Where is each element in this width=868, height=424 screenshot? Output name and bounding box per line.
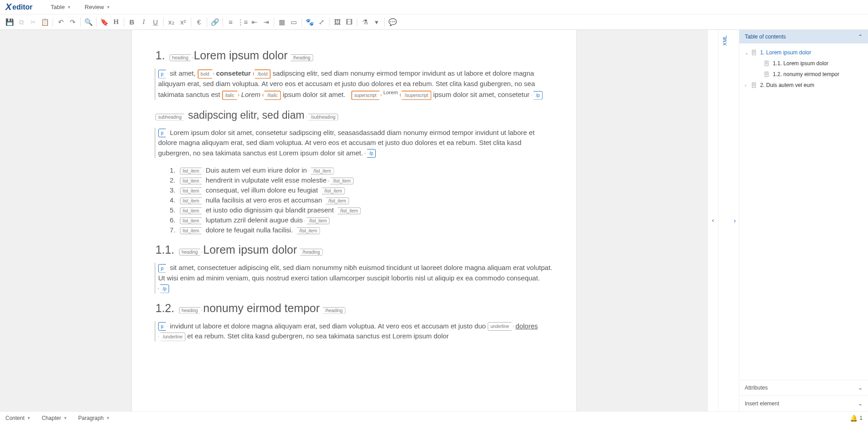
tag-p-open[interactable]: p bbox=[158, 70, 168, 78]
bell-icon[interactable]: 🔔 bbox=[850, 414, 858, 422]
tag-underline-open[interactable]: underline bbox=[488, 322, 514, 331]
tag-list-item-open[interactable]: list_item bbox=[180, 188, 204, 194]
tag-italic-close[interactable]: /italic bbox=[262, 91, 281, 100]
ordered-list[interactable]: 1.list_itemDuis autem vel eum iriure dol… bbox=[165, 166, 553, 234]
tag-superscript-close[interactable]: /superscript bbox=[400, 91, 432, 100]
list-item[interactable]: 1.list_itemDuis autem vel eum iriure dol… bbox=[165, 166, 553, 174]
tag-heading-open[interactable]: heading bbox=[179, 307, 203, 314]
tag-heading-open[interactable]: heading bbox=[179, 249, 203, 255]
link-button[interactable]: 🔗 bbox=[209, 16, 221, 28]
paragraph[interactable]: p sit amet, consectetuer adipiscing elit… bbox=[155, 263, 553, 294]
ol-button[interactable]: ≡ bbox=[225, 16, 237, 28]
insert-element-panel-header[interactable]: Insert element ⌄ bbox=[739, 395, 868, 411]
tag-list-item-open[interactable]: list_item bbox=[180, 227, 204, 234]
list-item[interactable]: 3.list_itemconsequat, vel illum dolore e… bbox=[165, 186, 553, 194]
toc-item[interactable]: 1.1. Lorem ipsum dolor bbox=[741, 58, 866, 69]
heading-button[interactable]: H bbox=[110, 16, 122, 28]
tag-heading-open[interactable]: heading bbox=[170, 54, 193, 61]
paw-button[interactable]: 🐾 bbox=[304, 16, 315, 28]
indent-button[interactable]: ⇤ bbox=[248, 16, 260, 28]
menu-review[interactable]: Review▼ bbox=[85, 4, 111, 10]
list-item[interactable]: 4.list_itemnulla facilisis at vero eros … bbox=[165, 196, 553, 204]
outdent-button[interactable]: ⇥ bbox=[260, 16, 272, 28]
tag-p-open[interactable]: p bbox=[158, 129, 168, 137]
tag-list-item-close[interactable]: /list_item bbox=[295, 227, 320, 234]
document-page[interactable]: 1. heading Lorem ipsum dolor /heading p … bbox=[132, 30, 576, 411]
search-button[interactable]: 🔍 bbox=[82, 16, 94, 28]
toc-item[interactable]: 1.2. nonumy eirmod tempor bbox=[741, 69, 866, 80]
heading-text[interactable]: Lorem ipsum dolor bbox=[203, 243, 297, 256]
tag-superscript-open[interactable]: superscript bbox=[351, 91, 382, 100]
paragraph[interactable]: p invidunt ut labore et dolore magna ali… bbox=[155, 321, 553, 342]
list-item[interactable]: 7.list_itemdolore te feugait nulla facil… bbox=[165, 226, 553, 234]
underline-button[interactable]: U bbox=[150, 16, 161, 28]
tag-list-item-close[interactable]: /list_item bbox=[335, 207, 360, 214]
breadcrumb-chapter[interactable]: Chapter▼ bbox=[42, 415, 68, 421]
tag-list-item-close[interactable]: /list_item bbox=[305, 217, 330, 224]
editor-area[interactable]: 1. heading Lorem ipsum dolor /heading p … bbox=[0, 30, 708, 411]
tag-list-item-close[interactable]: /list_item bbox=[320, 188, 344, 194]
euro-button[interactable]: € bbox=[193, 16, 205, 28]
tag-italic-open[interactable]: italic bbox=[222, 91, 239, 100]
tag-list-item-close[interactable]: /list_item bbox=[329, 178, 354, 184]
tag-p-close[interactable]: /p bbox=[531, 91, 542, 100]
toc-item[interactable]: ›2. Duis autem vel eum bbox=[741, 80, 866, 91]
expand-button[interactable]: ⤢ bbox=[315, 16, 327, 28]
caret-button[interactable]: ▾ bbox=[371, 16, 383, 28]
cut-button[interactable]: ✂ bbox=[27, 16, 39, 28]
tag-list-item-open[interactable]: list_item bbox=[180, 198, 204, 204]
tag-bold-open[interactable]: bold bbox=[198, 69, 214, 79]
rect-button[interactable]: ▭ bbox=[288, 16, 300, 28]
subheading-text[interactable]: sadipscing elitr, sed diam bbox=[188, 109, 305, 121]
menu-table[interactable]: Table▼ bbox=[51, 4, 71, 10]
tag-list-item-close[interactable]: /list_item bbox=[309, 168, 334, 174]
bold-button[interactable]: B bbox=[126, 16, 138, 28]
subscript-button[interactable]: x₂ bbox=[165, 16, 177, 28]
heading-text[interactable]: nonumy eirmod tempor bbox=[203, 302, 320, 315]
list-item[interactable]: 5.list_itemet iusto odio dignissim qui b… bbox=[165, 206, 553, 214]
copy-button[interactable]: ⧉ bbox=[15, 16, 27, 28]
tag-bold-close[interactable]: /bold bbox=[253, 69, 271, 79]
paste-button[interactable]: 📋 bbox=[39, 16, 51, 28]
paragraph[interactable]: p Lorem ipsum dolor sit amet, consetetur… bbox=[155, 128, 553, 159]
superscript-button[interactable]: x² bbox=[177, 16, 189, 28]
table-button[interactable]: ▦ bbox=[276, 16, 288, 28]
chevron-right-icon[interactable]: › bbox=[745, 83, 751, 88]
heading-text[interactable]: Lorem ipsum dolor bbox=[194, 49, 287, 62]
undo-button[interactable]: ↶ bbox=[55, 16, 67, 28]
tag-subheading-open[interactable]: subheading bbox=[155, 114, 186, 120]
video-button[interactable]: 🎞 bbox=[343, 16, 355, 28]
tag-list-item-close[interactable]: /list_item bbox=[324, 198, 349, 204]
tag-p-close[interactable]: /p bbox=[158, 284, 169, 293]
chevron-down-icon[interactable]: ⌄ bbox=[745, 50, 751, 55]
tag-list-item-open[interactable]: list_item bbox=[180, 178, 204, 184]
tag-heading-close[interactable]: /heading bbox=[298, 249, 322, 255]
breadcrumb-paragraph[interactable]: Paragraph▼ bbox=[78, 415, 110, 421]
list-item[interactable]: 2.list_itemhendrerit in vulputate velit … bbox=[165, 176, 553, 184]
toc-item[interactable]: ⌄1. Lorem ipsum dolor bbox=[741, 47, 866, 58]
toc-panel-header[interactable]: Table of contents ⌃ bbox=[739, 30, 868, 43]
xml-tab[interactable]: XML bbox=[718, 30, 731, 411]
comment-button[interactable]: 💬 bbox=[387, 16, 398, 28]
redo-button[interactable]: ↷ bbox=[67, 16, 78, 28]
flask-button[interactable]: ⚗ bbox=[359, 16, 371, 28]
tag-p-open[interactable]: p bbox=[158, 322, 168, 331]
ul-button[interactable]: ⋮≡ bbox=[237, 16, 248, 28]
breadcrumb-content[interactable]: Content▼ bbox=[5, 415, 31, 421]
tag-subheading-close[interactable]: /subheading bbox=[306, 114, 339, 120]
image-button[interactable]: 🖼 bbox=[331, 16, 343, 28]
tag-heading-close[interactable]: /heading bbox=[288, 54, 313, 61]
tag-list-item-open[interactable]: list_item bbox=[180, 217, 204, 224]
italic-button[interactable]: I bbox=[138, 16, 150, 28]
tag-list-item-open[interactable]: list_item bbox=[180, 207, 204, 214]
tag-p-close[interactable]: /p bbox=[365, 149, 376, 158]
tag-p-open[interactable]: p bbox=[158, 264, 168, 273]
tag-underline-close[interactable]: /underline bbox=[158, 332, 185, 341]
chevron-left-icon[interactable]: ‹ bbox=[710, 215, 716, 226]
attributes-panel-header[interactable]: Attributes ⌄ bbox=[739, 380, 868, 395]
list-item[interactable]: 6.list_itemluptatum zzril delenit augue … bbox=[165, 216, 553, 224]
save-button[interactable]: 💾 bbox=[4, 16, 15, 28]
chevron-right-icon[interactable]: › bbox=[732, 215, 738, 226]
tag-heading-close[interactable]: /heading bbox=[320, 307, 345, 314]
tag-list-item-open[interactable]: list_item bbox=[180, 168, 204, 174]
